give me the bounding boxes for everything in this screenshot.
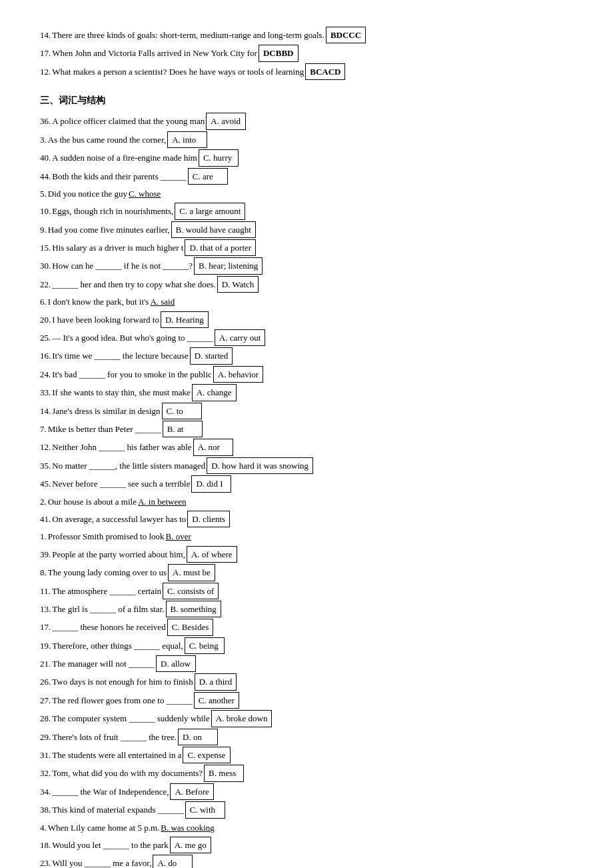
item-text: A police officer claimed that the young …: [52, 113, 205, 129]
answer-badge: A. Before: [170, 783, 213, 800]
list-item: 28. The computer system ______ suddenly …: [40, 710, 573, 727]
item-text: The students were all entertained in a: [52, 747, 181, 763]
list-item: 36. A police officer claimed that the yo…: [40, 113, 573, 129]
list-item: 39. People at the party worried about hi…: [40, 546, 573, 563]
answer-badge: A. must be: [168, 564, 215, 581]
list-item: 21. The manager will not ______ D. allow: [40, 655, 573, 672]
item-num: 29.: [40, 729, 51, 745]
answer-badge: B. at: [163, 421, 203, 437]
list-item: 34. ______ the War of Independence, A. B…: [40, 783, 573, 800]
item-num: 9.: [40, 222, 47, 237]
list-item: 13. The girl is ______ of a film star. B…: [40, 601, 573, 617]
item-text: ______ the War of Independence,: [52, 784, 169, 799]
item-num: 19.: [40, 638, 51, 653]
item-text: Would you let ______ to the park: [52, 837, 168, 853]
answer-badge: A. behavior: [213, 366, 263, 383]
item-num: 21.: [40, 656, 51, 671]
item-text: The atmosphere ______ certain: [52, 583, 161, 599]
item-text: The girl is ______ of a film star.: [52, 601, 164, 617]
item-text: The young lady coming over to us: [48, 565, 167, 580]
item-num: 33.: [40, 385, 51, 400]
item-num: 40.: [40, 150, 51, 165]
item-text: A sudden noise of a fire-engine made him: [52, 150, 197, 165]
list-item: 35. No matter ______, the little sisters…: [40, 457, 573, 474]
list-item: 33. If she wants to stay thin, she must …: [40, 384, 573, 401]
item-text: As the bus came round the corner,: [48, 132, 166, 147]
item-num: 41.: [40, 511, 51, 527]
list-item: 27. The red flower goes from one to ____…: [40, 692, 573, 709]
item-text: Eggs, though rich in nourishments,: [52, 203, 173, 219]
list-item: 38. This kind of material expands ______…: [40, 801, 573, 818]
answer-badge: D. how hard it was snowing: [207, 457, 313, 474]
item-num: 14.: [40, 403, 51, 419]
section3: 三、词汇与结构 36. A police officer claimed tha…: [40, 92, 573, 868]
list-item: 29. There's lots of fruit ______ the tre…: [40, 729, 573, 745]
list-item: 32. Tom, what did you do with my documen…: [40, 765, 573, 781]
item-num: 11.: [40, 583, 51, 599]
item-num: 24.: [40, 367, 51, 382]
list-item: 31. The students were all entertained in…: [40, 747, 573, 763]
item-num: 2.: [40, 494, 47, 509]
list-item: 19. Therefore, other things ______ equal…: [40, 637, 573, 654]
list-item: 24. It's bad ______ for you to smoke in …: [40, 366, 573, 383]
list-item: 30. How can he ______ if he is not _____…: [40, 257, 573, 274]
item-num: 38.: [40, 802, 51, 817]
item-num: 14.: [40, 27, 51, 43]
item-num: 4.: [40, 820, 47, 835]
list-item: 26. Two days is not enough for him to fi…: [40, 673, 573, 690]
item-text: How can he ______ if he is not ______?: [52, 258, 193, 273]
item-text: People at the party worried about him,: [52, 547, 185, 562]
item-text: Mike is better than Peter ______: [48, 421, 161, 437]
list-item: 22. ______ her and then try to copy what…: [40, 276, 573, 293]
answer-badge: BCACD: [305, 63, 345, 80]
answer-inline: A. in between: [138, 494, 187, 509]
answer-badge: A. nor: [193, 439, 233, 455]
list-item: 25. — It's a good idea. But who's going …: [40, 329, 573, 346]
item-num: 8.: [40, 565, 47, 580]
item-num: 1.: [40, 529, 47, 544]
item-text: The computer system ______ suddenly whil…: [52, 711, 210, 726]
list-item: 17. ______ these honors he received C. B…: [40, 619, 573, 635]
item-text: Professor Smith promised to look: [48, 529, 165, 544]
answer-badge: C. are: [188, 168, 228, 185]
item-text: There's lots of fruit ______ the tree.: [52, 729, 177, 745]
answer-badge: D. Hearing: [161, 311, 209, 328]
answer-badge: C. consists of: [163, 583, 219, 599]
item-num: 25.: [40, 330, 51, 345]
list-item: 11. The atmosphere ______ certain C. con…: [40, 583, 573, 599]
answer-badge: B. mess: [204, 765, 244, 781]
item-num: 36.: [40, 113, 51, 129]
list-item: 44. Both the kids and their parents ____…: [40, 168, 573, 185]
item-num: 3.: [40, 132, 47, 147]
item-num: 35.: [40, 458, 51, 473]
item-text: Tom, what did you do with my documents?: [52, 765, 203, 781]
item-num: 44.: [40, 169, 51, 184]
answer-inline: B. was cooking: [161, 820, 215, 835]
answer-badge: C. hurry: [199, 149, 239, 166]
answer-badge: A. avoid: [206, 113, 246, 129]
item-num: 27.: [40, 693, 51, 708]
item-text: Will you ______ me a favor,: [52, 855, 151, 868]
answer-badge: DCBBD: [259, 45, 299, 61]
item-text: Our house is about a mile: [48, 494, 137, 509]
item-text: Never before ______ see such a terrible: [52, 476, 190, 491]
list-item: 23. Will you ______ me a favor, A. do: [40, 855, 573, 868]
answer-badge: B. hear; listening: [194, 257, 263, 274]
item-text: It's bad ______ for you to smoke in the …: [52, 367, 212, 382]
list-item: 41. On average, a successful lawyer has …: [40, 511, 573, 527]
item-num: 13.: [40, 601, 51, 617]
item-num: 26.: [40, 674, 51, 689]
answer-badge: A. broke down: [211, 710, 273, 727]
answer-badge: A. change: [192, 384, 237, 401]
answer-badge: B. something: [166, 601, 221, 617]
item-text: It's time we ______ the lecture because: [52, 348, 189, 363]
list-item: 18. Would you let ______ to the park A. …: [40, 837, 573, 853]
answer-badge: C. Besides: [167, 619, 214, 635]
item-num: 18.: [40, 837, 51, 853]
item-num: 10.: [40, 203, 51, 219]
answer-badge: D. that of a porter: [185, 239, 256, 256]
answer-badge: C. being: [185, 637, 225, 654]
item-num: 45.: [40, 476, 51, 491]
item-text: Had you come five minutes earlier,: [48, 222, 170, 237]
item-text: When John and Victoria Falls arrived in …: [52, 45, 257, 61]
